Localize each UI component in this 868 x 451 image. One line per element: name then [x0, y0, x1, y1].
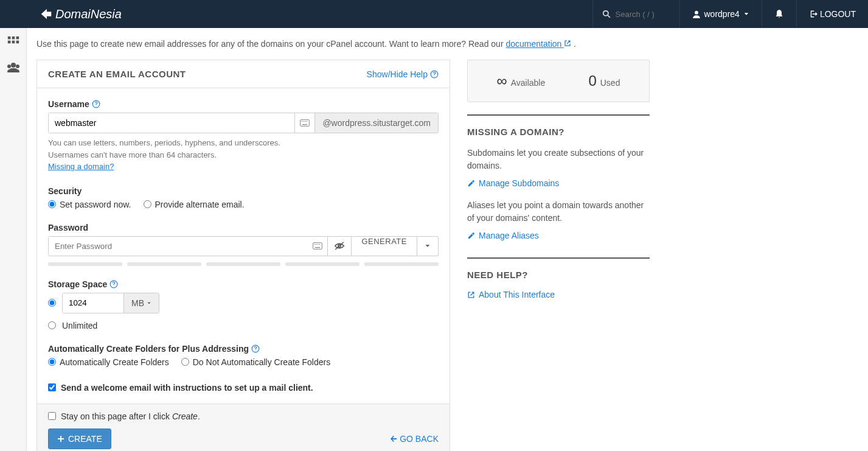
radio-label: Do Not Automatically Create Folders [193, 357, 330, 367]
password-label: Password [48, 223, 439, 232]
alternate-email-radio[interactable]: Provide alternate email. [144, 200, 245, 209]
logout-icon [809, 10, 818, 18]
auto-create-radio[interactable]: Automatically Create Folders [48, 357, 169, 367]
notifications-button[interactable] [762, 0, 796, 28]
svg-rect-14 [300, 120, 310, 127]
missing-domain-link[interactable]: Missing a domain? [48, 162, 114, 171]
svg-rect-7 [12, 41, 15, 44]
used-stat: 0 Used [588, 72, 620, 89]
help-toggle-label: Show/Hide Help [367, 69, 428, 79]
storage-custom-radio[interactable] [48, 299, 56, 307]
users-button[interactable] [6, 61, 21, 75]
header-search[interactable] [592, 0, 679, 28]
svg-point-9 [11, 63, 16, 68]
subdomain-text: Subdomains let you create subsections of… [467, 147, 650, 172]
help-icon[interactable] [109, 280, 118, 288]
help-icon[interactable] [92, 100, 100, 108]
domain-addon: @wordpress.situstarget.com [314, 113, 438, 133]
create-email-panel: CREATE AN EMAIL ACCOUNT Show/Hide Help U… [36, 60, 450, 451]
logo[interactable]: DomaiNesia [0, 7, 134, 21]
missing-title: MISSING A DOMAIN? [467, 127, 650, 137]
svg-rect-5 [16, 37, 19, 40]
go-back-link[interactable]: GO BACK [390, 434, 439, 444]
apps-button[interactable] [7, 35, 20, 51]
main-content: Use this page to create new email addres… [27, 28, 868, 451]
arrow-left-icon [390, 435, 397, 442]
set-password-radio[interactable]: Set password now. [48, 200, 131, 209]
radio-label: Automatically Create Folders [60, 357, 169, 367]
panel-title: CREATE AN EMAIL ACCOUNT [48, 69, 186, 79]
username-input-group: @wordpress.situstarget.com [48, 113, 439, 133]
stats-box: ∞ Available 0 Used [467, 60, 650, 102]
help-title: NEED HELP? [467, 270, 650, 280]
welcome-email-checkbox[interactable] [48, 383, 56, 391]
help-icon[interactable] [251, 344, 260, 353]
grid-icon [7, 35, 20, 49]
svg-rect-22 [316, 244, 317, 245]
link-label: Manage Subdomains [479, 178, 559, 188]
caret-down-icon [147, 301, 151, 306]
link-label: Manage Aliases [479, 231, 539, 240]
external-link-icon [564, 40, 571, 47]
security-label: Security [48, 186, 439, 196]
keyboard-icon[interactable] [294, 113, 314, 133]
create-label: CREATE [68, 434, 102, 444]
svg-rect-17 [305, 121, 305, 122]
stay-on-page-checkbox[interactable] [48, 412, 56, 420]
svg-rect-15 [302, 121, 302, 122]
wrench-icon [467, 180, 475, 187]
svg-line-1 [607, 15, 609, 18]
toggle-visibility-button[interactable] [328, 236, 352, 256]
chevron-down-icon [425, 243, 431, 249]
wrench-icon [467, 232, 475, 240]
user-menu[interactable]: wordpre4 [679, 0, 762, 28]
about-interface-link[interactable]: About This Interface [467, 290, 650, 299]
svg-point-10 [7, 65, 11, 68]
unlimited-label: Unlimited [62, 321, 97, 330]
search-icon [602, 10, 611, 18]
eye-off-icon [334, 241, 345, 251]
help-icon [430, 70, 439, 79]
welcome-label: Send a welcome email with instructions t… [61, 383, 313, 393]
username-hint: You can use letters, numbers, periods, h… [48, 137, 439, 173]
storage-unit-dropdown[interactable]: MB [123, 293, 159, 313]
svg-rect-3 [7, 37, 10, 40]
manage-aliases-link[interactable]: Manage Aliases [467, 231, 650, 240]
create-button[interactable]: CREATE [48, 428, 111, 449]
brand-text: DomaiNesia [55, 7, 122, 21]
generate-button[interactable]: GENERATE [352, 236, 417, 256]
svg-rect-24 [319, 244, 320, 245]
svg-rect-16 [304, 121, 304, 122]
storage-unlimited-radio[interactable] [48, 321, 56, 329]
storage-input[interactable] [63, 293, 123, 313]
username-label: wordpre4 [704, 9, 740, 19]
goback-label: GO BACK [400, 434, 439, 444]
svg-rect-19 [302, 124, 307, 125]
chevron-down-icon [743, 11, 749, 17]
svg-rect-6 [7, 41, 10, 44]
username-label: Username [48, 99, 439, 109]
logout-button[interactable]: LOGOUT [796, 0, 868, 28]
top-header: DomaiNesia wordpre4 LOGOUT [0, 0, 868, 28]
generate-dropdown[interactable] [417, 236, 439, 256]
unit-label: MB [131, 298, 144, 308]
no-auto-create-radio[interactable]: Do Not Automatically Create Folders [181, 357, 330, 367]
documentation-link[interactable]: documentation [505, 39, 571, 49]
username-input[interactable] [49, 113, 294, 133]
svg-rect-4 [12, 37, 15, 40]
manage-subdomains-link[interactable]: Manage Subdomains [467, 178, 650, 188]
svg-point-0 [603, 11, 608, 16]
intro-text: Use this page to create new email addres… [36, 39, 858, 49]
svg-rect-20 [313, 243, 322, 250]
users-icon [6, 61, 21, 74]
svg-point-11 [16, 65, 19, 68]
need-help-section: NEED HELP? About This Interface [467, 257, 650, 299]
keyboard-icon[interactable] [308, 237, 327, 256]
plus-addressing-label: Automatically Create Folders for Plus Ad… [48, 344, 439, 354]
show-hide-help-link[interactable]: Show/Hide Help [367, 69, 439, 79]
svg-rect-18 [307, 121, 307, 122]
password-input[interactable] [49, 237, 308, 256]
svg-point-2 [695, 11, 698, 15]
missing-domain-section: MISSING A DOMAIN? Subdomains let you cre… [467, 114, 650, 240]
search-input[interactable] [616, 10, 670, 19]
